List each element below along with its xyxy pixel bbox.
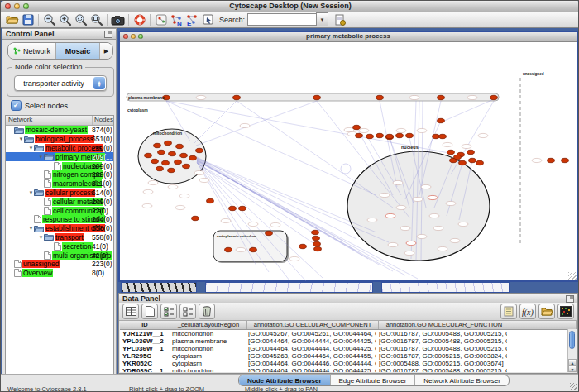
graph-node-label[interactable] — [367, 218, 377, 222]
graph-node-label[interactable] — [406, 241, 416, 245]
tab-overflow-arrow[interactable]: ▶ — [100, 43, 112, 59]
graph-node-label[interactable] — [404, 251, 414, 255]
tree-row[interactable]: cell communicat22(0) — [6, 206, 113, 215]
help-icon[interactable] — [132, 12, 147, 27]
graph-node[interactable] — [266, 231, 273, 235]
graph-node[interactable] — [454, 155, 462, 159]
graph-node[interactable] — [469, 158, 476, 162]
graph-node-label[interactable] — [385, 213, 395, 218]
graph-node[interactable] — [189, 155, 197, 160]
select-attributes-icon[interactable] — [160, 304, 177, 319]
graph-node[interactable] — [154, 143, 161, 147]
graph-node-label[interactable] — [428, 195, 438, 199]
graph-node[interactable] — [312, 230, 319, 234]
tree-row[interactable]: nucleobase-209(0) — [6, 161, 113, 170]
advanced-search-icon[interactable] — [332, 12, 347, 27]
table-vertical-scrollbar[interactable]: ▲ ▼ — [567, 329, 577, 372]
tree-row[interactable]: macromolecule311(0) — [6, 179, 113, 189]
background-window-fragment[interactable] — [205, 282, 373, 293]
tree-row[interactable]: multi-organism pro42(0) — [6, 251, 113, 260]
edge-network-view-icon[interactable]: E — [184, 12, 200, 27]
graph-node-label[interactable] — [359, 128, 369, 132]
graph-self-loop[interactable] — [341, 164, 351, 174]
graph-node[interactable] — [433, 134, 440, 138]
graph-edge[interactable] — [451, 101, 494, 174]
table-row[interactable]: YJR121W__1mitochondrion[GO:0045267, GO:0… — [120, 330, 577, 337]
notepad-icon[interactable] — [500, 304, 517, 319]
node-color-dropdown[interactable]: transporter activity ▲▼ — [14, 75, 107, 91]
scroll-down-arrow[interactable]: ▼ — [568, 366, 577, 372]
graph-node-label[interactable] — [478, 133, 488, 137]
graph-node[interactable] — [313, 241, 321, 246]
table-column-header[interactable]: annotation.GO MOLECULAR_FUNCTION — [379, 321, 510, 329]
tree-row[interactable]: mosaic-demo-yeast874(0) — [6, 126, 113, 135]
graph-node[interactable] — [299, 244, 307, 248]
graph-node[interactable] — [229, 206, 237, 210]
graph-node-label[interactable] — [446, 201, 456, 205]
graph-node-label[interactable] — [240, 123, 250, 127]
graph-node-label[interactable] — [421, 184, 431, 189]
graph-node[interactable] — [158, 150, 165, 154]
tree-row[interactable]: Overview8(0) — [6, 269, 113, 278]
graph-node[interactable] — [207, 198, 214, 203]
graph-node-label[interactable] — [148, 180, 158, 184]
graph-node-label[interactable] — [290, 256, 299, 261]
graph-node-label[interactable] — [532, 158, 542, 162]
graph-node[interactable] — [183, 164, 190, 168]
annotation-select-icon[interactable] — [200, 12, 216, 27]
graph-node[interactable] — [196, 148, 203, 152]
expander-triangle-icon[interactable]: ▼ — [38, 235, 44, 240]
graph-node[interactable] — [356, 133, 363, 137]
graph-node-label[interactable] — [462, 144, 471, 148]
table-row[interactable]: YPL036W__2plasma membrane[GO:0044464, GO… — [120, 337, 577, 345]
tree-row[interactable]: cellular metabol209(0) — [6, 197, 113, 206]
graph-node[interactable] — [165, 141, 172, 145]
network-canvas[interactable]: plasma membranecytoplasmmitochondrionnuc… — [120, 42, 577, 282]
graph-node-label[interactable] — [380, 193, 390, 197]
table-column-header[interactable]: annotation.GO CELLULAR_COMPONENT — [247, 321, 379, 329]
tree-row[interactable]: ▼primary metabo209(... — [6, 152, 113, 161]
graphics-details-icon[interactable] — [153, 12, 169, 27]
table-column-header[interactable]: _cellularLayoutRegion — [170, 321, 247, 329]
graph-node-label[interactable] — [429, 213, 439, 218]
graph-node-label[interactable] — [236, 247, 246, 251]
table-row[interactable]: YDR039C__1mitochondrion[GO:0044464, GO:0… — [120, 367, 577, 372]
graph-node[interactable] — [438, 118, 445, 122]
tree-row[interactable]: ▼metabolic process280(0) — [6, 144, 113, 153]
graph-node[interactable] — [490, 95, 498, 99]
graph-node-label[interactable] — [199, 178, 209, 182]
delete-attribute-trash-icon[interactable] — [199, 304, 215, 319]
tree-row[interactable]: response to stimulu264(0) — [6, 215, 113, 224]
background-window-fragment[interactable] — [121, 282, 197, 293]
expander-triangle-icon[interactable]: ▼ — [38, 155, 44, 160]
graph-node[interactable] — [562, 158, 569, 162]
tab-mosaic[interactable]: Mosaic — [56, 43, 100, 59]
new-attribute-icon[interactable] — [141, 304, 158, 319]
graph-node[interactable] — [239, 206, 246, 210]
scrollbar-thumb[interactable] — [569, 331, 575, 349]
graph-node[interactable] — [145, 153, 152, 157]
zoom-fit-icon[interactable] — [89, 12, 104, 27]
node-network-view-icon[interactable]: N — [169, 12, 184, 27]
graph-node-label[interactable] — [142, 203, 152, 208]
tree-column-network[interactable]: Network — [6, 116, 93, 125]
window-resize-grip[interactable] — [568, 272, 577, 280]
search-input[interactable] — [247, 13, 316, 26]
search-dropdown-button[interactable]: ▼ — [316, 12, 328, 26]
graph-node[interactable] — [192, 216, 199, 220]
snapshot-camera-icon[interactable] — [110, 12, 126, 27]
tab-network[interactable]: Network — [8, 43, 56, 59]
expander-triangle-icon[interactable]: ▼ — [28, 226, 34, 231]
graph-edge[interactable] — [443, 99, 494, 122]
table-row[interactable]: YPL036W__1mitochondrion[GO:0044464, GO:0… — [120, 345, 577, 352]
graph-node[interactable] — [366, 134, 374, 138]
tree-row[interactable]: ▼establishment of lo558(0) — [6, 224, 113, 233]
graph-node[interactable] — [386, 134, 394, 138]
network-window-titlebar[interactable]: primary metabolic process — [120, 32, 577, 42]
expander-triangle-icon[interactable]: ▼ — [28, 190, 34, 195]
float-panel-icon[interactable] — [104, 31, 112, 38]
graph-node-label[interactable] — [450, 238, 460, 242]
graph-node-label[interactable] — [417, 234, 427, 238]
graph-node-label[interactable] — [143, 189, 153, 194]
graph-node-label[interactable] — [179, 194, 189, 198]
